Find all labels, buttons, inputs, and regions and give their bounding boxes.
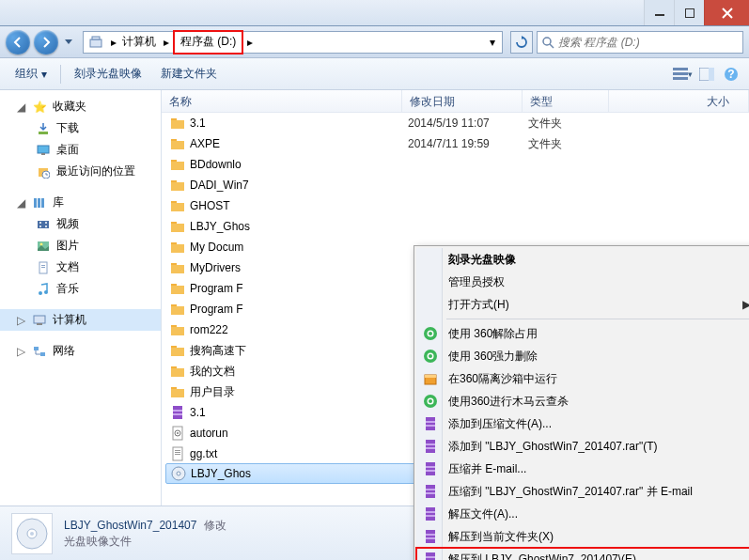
nav-recent[interactable]: 最近访问的位置 — [0, 161, 161, 182]
back-button[interactable] — [6, 30, 30, 54]
close-button[interactable] — [704, 0, 749, 25]
folder-icon — [169, 363, 186, 380]
menu-item[interactable]: 打开方式(H)▶ — [416, 293, 749, 316]
ini-icon — [169, 425, 186, 442]
chevron-right-icon[interactable]: ▸ — [107, 36, 120, 49]
picture-icon — [36, 239, 51, 254]
svg-point-86 — [429, 399, 432, 403]
svg-rect-34 — [34, 347, 39, 350]
address-bar[interactable]: ▸ 计算机 ▸ 程序盘 (D:) ▸ ▾ — [83, 31, 503, 54]
svg-rect-43 — [171, 182, 184, 191]
txt-icon — [169, 445, 186, 462]
organize-button[interactable]: 组织 ▾ — [8, 62, 55, 86]
nav-libraries[interactable]: ◢库 — [0, 192, 161, 213]
file-name: 搜狗高速下 — [190, 343, 408, 359]
new-folder-button[interactable]: 新建文件夹 — [153, 62, 225, 86]
nav-computer[interactable]: ▷计算机 — [0, 309, 161, 331]
menu-item[interactable]: 使用360进行木马云查杀 — [416, 390, 749, 412]
file-row[interactable]: GHOST — [162, 195, 749, 216]
help-button[interactable]: ? — [721, 64, 741, 85]
svg-rect-87 — [426, 417, 435, 430]
file-list: 名称 修改日期 类型 大小 3.12014/5/19 11:07文件夹AXPE2… — [162, 90, 749, 506]
computer-icon — [32, 313, 47, 328]
folder-icon — [169, 239, 186, 256]
maximize-button[interactable] — [674, 0, 704, 25]
nav-favorites[interactable]: ◢⭐收藏夹 — [0, 96, 161, 117]
address-root-icon[interactable] — [86, 32, 107, 53]
file-row[interactable]: BDdownlo — [162, 154, 749, 175]
folder-icon — [169, 383, 186, 400]
column-name[interactable]: 名称 — [162, 90, 402, 112]
nav-videos[interactable]: 视频 — [0, 213, 161, 235]
svg-rect-39 — [171, 141, 184, 149]
svg-rect-37 — [171, 120, 184, 129]
column-size[interactable]: 大小 — [609, 90, 749, 112]
svg-rect-20 — [38, 221, 49, 228]
view-options-button[interactable]: ▾ — [672, 64, 693, 85]
menu-item[interactable]: 使用 360解除占用 — [416, 322, 749, 345]
menu-item[interactable]: 压缩到 "LBJY_GhostWin7_201407.rar" 并 E-mail — [416, 480, 749, 503]
chevron-right-icon[interactable]: ▸ — [243, 36, 257, 49]
history-dropdown[interactable] — [62, 33, 75, 52]
nav-pictures[interactable]: 图片 — [0, 235, 161, 257]
menu-item[interactable]: 压缩并 E-mail... — [416, 458, 749, 480]
svg-rect-99 — [426, 507, 435, 521]
forward-button[interactable] — [34, 30, 58, 54]
column-type[interactable]: 类型 — [523, 90, 609, 112]
svg-rect-66 — [173, 413, 182, 415]
nav-network[interactable]: ▷网络 — [0, 340, 161, 362]
refresh-button[interactable] — [510, 31, 533, 54]
svg-rect-53 — [171, 286, 184, 294]
address-segment-drive[interactable]: 程序盘 (D:) — [173, 30, 243, 54]
file-type: 文件夹 — [528, 136, 615, 152]
nav-music[interactable]: 音乐 — [0, 278, 161, 300]
minimize-button[interactable] — [644, 0, 674, 25]
details-subtitle: 光盘映像文件 — [64, 534, 226, 550]
menu-item[interactable]: 解压到 LBJY_GhostWin7_201407\(E) — [416, 548, 749, 560]
menu-item[interactable]: 使用 360强力删除 — [416, 345, 749, 367]
search-input[interactable] — [558, 36, 739, 49]
nav-desktop[interactable]: 桌面 — [0, 139, 161, 161]
svg-point-22 — [39, 226, 41, 227]
chevron-right-icon: ▷ — [17, 345, 26, 358]
burn-image-button[interactable]: 刻录光盘映像 — [67, 62, 149, 86]
file-name: 我的文档 — [190, 364, 408, 380]
file-name: LBJY_Ghos — [191, 467, 409, 480]
preview-pane-button[interactable] — [696, 64, 717, 85]
menu-item[interactable]: 添加到 "LBJY_GhostWin7_201407.rar"(T) — [416, 435, 749, 458]
file-row[interactable]: LBJY_Ghos — [162, 216, 749, 237]
column-date[interactable]: 修改日期 — [402, 90, 523, 112]
360-icon — [422, 348, 439, 365]
svg-rect-3 — [92, 37, 100, 39]
nav-documents[interactable]: 文档 — [0, 257, 161, 278]
desktop-icon — [36, 143, 51, 158]
video-icon — [36, 217, 51, 232]
chevron-right-icon: ▷ — [17, 314, 26, 327]
file-row[interactable]: DADI_Win7 — [162, 175, 749, 195]
svg-rect-61 — [171, 368, 184, 377]
file-row[interactable]: 3.12014/5/19 11:07文件夹 — [162, 113, 749, 133]
file-name: BDdownlo — [190, 158, 408, 171]
svg-rect-0 — [655, 14, 664, 16]
menu-item[interactable]: 刻录光盘映像 — [416, 248, 749, 271]
file-row[interactable]: AXPE2014/7/11 19:59文件夹 — [162, 133, 749, 154]
folder-icon — [169, 135, 186, 152]
address-dropdown[interactable]: ▾ — [486, 36, 499, 49]
chevron-right-icon[interactable]: ▸ — [160, 36, 173, 49]
nav-downloads[interactable]: 下载 — [0, 117, 161, 139]
recent-icon — [36, 164, 51, 179]
menu-item[interactable]: 管理员授权 — [416, 271, 749, 293]
details-title: LBJY_GhostWin7_201407 — [64, 519, 196, 532]
library-icon — [32, 195, 47, 210]
svg-rect-73 — [175, 454, 180, 455]
menu-item[interactable]: 解压文件(A)... — [416, 503, 749, 525]
menu-item[interactable]: 解压到当前文件夹(X) — [416, 525, 749, 548]
svg-point-23 — [45, 222, 47, 224]
svg-rect-35 — [40, 352, 45, 356]
menu-item[interactable]: 添加到压缩文件(A)... — [416, 412, 749, 435]
file-name: MyDrivers — [190, 261, 408, 274]
address-segment-computer[interactable]: 计算机 — [120, 32, 160, 53]
menu-item[interactable]: 在360隔离沙箱中运行 — [416, 367, 749, 390]
svg-rect-5 — [673, 68, 688, 70]
search-box[interactable] — [537, 31, 743, 54]
